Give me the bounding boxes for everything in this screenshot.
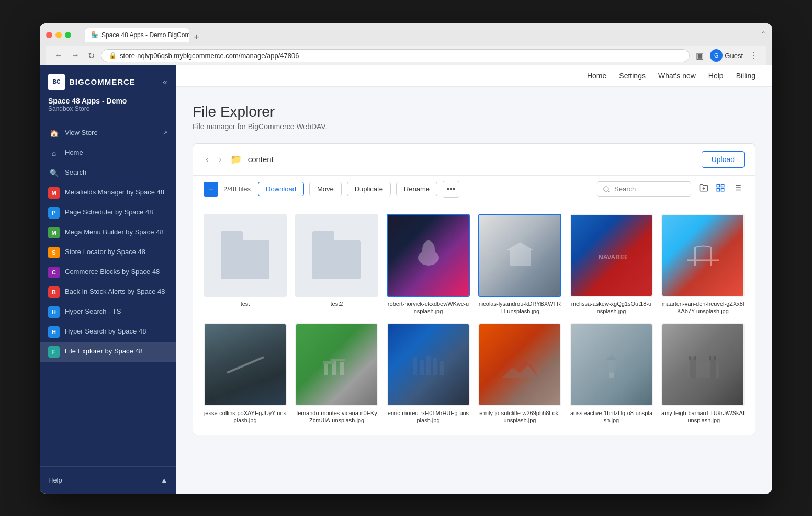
sidebar-item-home[interactable]: ⌂ Home: [40, 143, 176, 163]
browser-menu-button[interactable]: ⋮: [747, 50, 760, 62]
add-folder-button[interactable]: [696, 181, 711, 197]
minimize-button[interactable]: [55, 32, 62, 38]
topbar-whats-new-link[interactable]: What's new: [658, 72, 696, 80]
bigcommerce-logo-text: BIGCOMMERCE: [69, 77, 136, 86]
view-toggle-buttons: [696, 181, 745, 197]
file-item-5[interactable]: jesse-collins-poXAYEgJUyY-unsplash.jpg: [204, 323, 287, 425]
topbar-help-link[interactable]: Help: [708, 72, 724, 80]
svg-rect-26: [413, 357, 417, 375]
address-text: store-nqivp06qsb.mybigcommerce.com/manag…: [120, 52, 682, 60]
fullscreen-button[interactable]: [65, 32, 71, 38]
extensions-button[interactable]: ▣: [694, 50, 706, 62]
close-button[interactable]: [46, 32, 52, 38]
topbar-home-link[interactable]: Home: [587, 72, 606, 80]
folder-test2-name: test2: [331, 300, 343, 307]
select-all-button[interactable]: −: [204, 182, 218, 197]
folder-item-test2[interactable]: test2: [295, 214, 378, 315]
file-item-4[interactable]: maarten-van-den-heuvel-gZXx8lKAb7Y-unspl…: [661, 214, 745, 315]
move-button[interactable]: Move: [309, 182, 342, 196]
file-item-3[interactable]: NAVAREE melissa-askew-xgQg1sOut18-unspla…: [570, 214, 653, 315]
view-store-icon: 🏠: [48, 128, 60, 139]
fe-breadcrumb: content: [248, 155, 274, 164]
file-7-thumb: [387, 323, 470, 406]
file-item-9[interactable]: aussieactive-1brtlzDq-o8-unsplash.jpg: [570, 323, 653, 425]
sidebar-collapse-button[interactable]: «: [163, 77, 167, 87]
sidebar-item-file-explorer[interactable]: F File Explorer by Space 48: [40, 342, 176, 362]
grid-view-button[interactable]: [713, 181, 728, 197]
page-subtitle: File manager for BigCommerce WebDAV.: [193, 122, 755, 131]
upload-button[interactable]: Upload: [702, 151, 745, 168]
file-9-image: [571, 324, 652, 405]
file-item-6[interactable]: fernando-montes-vicaria-n0EKyZcmUIA-unsp…: [295, 323, 378, 425]
sidebar-item-hyper-search-space[interactable]: H Hyper Search by Space 48: [40, 322, 176, 342]
active-tab[interactable]: 🏪 Space 48 Apps - Demo BigCom... ✕: [85, 28, 189, 42]
store-type: Sandbox Store: [48, 105, 167, 112]
commerce-blocks-icon: C: [48, 267, 60, 278]
sidebar-footer: Help ▲: [40, 466, 176, 494]
sidebar-item-store-locator[interactable]: S Store Locator by Space 48: [40, 243, 176, 262]
rename-button[interactable]: Rename: [396, 182, 437, 196]
user-area[interactable]: G Guest: [710, 49, 743, 62]
address-bar[interactable]: 🔒 store-nqivp06qsb.mybigcommerce.com/man…: [101, 49, 690, 62]
file-item-1[interactable]: robert-horvick-ekxdbewWKwc-unsplash.jpg: [387, 214, 470, 315]
back-button[interactable]: ←: [52, 50, 65, 61]
file-5-thumb: [204, 323, 287, 406]
file-10-thumb: [661, 323, 745, 406]
reload-button[interactable]: ↻: [86, 50, 97, 62]
sidebar-item-search[interactable]: 🔍 Search: [40, 163, 176, 183]
browser-toolbar-right: ▣ G Guest ⋮: [694, 49, 760, 62]
file-7-name: enric-moreu-rxH0LMrHUEg-unsplash.jpg: [387, 409, 470, 425]
app-layout: BC BIGCOMMERCE « Space 48 Apps - Demo Sa…: [40, 65, 772, 494]
main-topbar: Home Settings What's new Help Billing: [176, 65, 772, 87]
svg-rect-21: [324, 362, 328, 375]
help-collapse-icon: ▲: [161, 476, 167, 484]
sidebar-item-view-store[interactable]: 🏠 View Store ↗: [40, 123, 176, 143]
file-1-image: [388, 215, 469, 296]
new-tab-button[interactable]: +: [190, 32, 202, 42]
hyper-search-ts-icon: H: [48, 306, 60, 318]
file-8-thumb: [478, 323, 561, 406]
download-button[interactable]: Download: [258, 182, 304, 196]
file-3-thumb: NAVAREE: [570, 214, 653, 297]
store-name: Space 48 Apps - Demo: [48, 97, 167, 105]
svg-line-20: [227, 357, 264, 373]
duplicate-button[interactable]: Duplicate: [347, 182, 391, 196]
folder-item-test[interactable]: test: [204, 214, 287, 315]
fe-forward-button[interactable]: ›: [217, 153, 223, 166]
fe-folder-icon: 📁: [230, 154, 242, 165]
file-item-2[interactable]: nicolas-lysandrou-kDRYBXWFRTI-unsplash.j…: [478, 214, 561, 315]
more-actions-button[interactable]: •••: [443, 181, 459, 198]
file-6-name: fernando-montes-vicaria-n0EKyZcmUIA-unsp…: [295, 409, 378, 425]
sidebar-item-hyper-search-ts-label: Hyper Search - TS: [65, 307, 167, 316]
topbar-billing-link[interactable]: Billing: [736, 72, 755, 80]
file-4-image: [662, 215, 743, 296]
folder-visual-2: [312, 231, 361, 280]
traffic-lights: [46, 32, 71, 38]
file-search-input[interactable]: [597, 181, 691, 197]
svg-rect-30: [440, 361, 444, 375]
sidebar-item-page-scheduler[interactable]: P Page Scheduler by Space 48: [40, 203, 176, 223]
file-item-10[interactable]: amy-leigh-barnard-TU9rJiWSkAI-unsplash.j…: [661, 323, 745, 425]
file-6-image: [296, 324, 377, 405]
fe-back-button[interactable]: ‹: [204, 153, 210, 166]
file-5-image: [205, 324, 286, 405]
svg-rect-23: [340, 362, 344, 375]
sidebar-item-mega-menu[interactable]: M Mega Menu Builder by Space 48: [40, 223, 176, 243]
sidebar-item-hyper-search-ts[interactable]: H Hyper Search - TS: [40, 302, 176, 322]
file-item-7[interactable]: enric-moreu-rxH0LMrHUEg-unsplash.jpg: [387, 323, 470, 425]
forward-button[interactable]: →: [69, 50, 82, 61]
sidebar-help-item[interactable]: Help ▲: [40, 471, 176, 489]
sidebar-item-view-store-label: View Store: [65, 129, 157, 137]
sidebar-item-search-label: Search: [65, 168, 167, 177]
file-item-8[interactable]: emily-jo-sutcliffe-w269phh8Lok-unsplash.…: [478, 323, 561, 425]
main-body: File Explorer File manager for BigCommer…: [176, 87, 772, 494]
topbar-settings-link[interactable]: Settings: [619, 72, 646, 80]
folder-visual: [221, 231, 269, 280]
sidebar-item-commerce-blocks[interactable]: C Commerce Blocks by Space 48: [40, 262, 176, 282]
sidebar-item-back-in-stock[interactable]: B Back In Stock Alerts by Space 48: [40, 282, 176, 302]
svg-rect-24: [323, 361, 334, 364]
browser-titlebar: 🏪 Space 48 Apps - Demo BigCom... ✕ + ⌃: [46, 28, 766, 42]
svg-rect-5: [721, 189, 724, 191]
list-view-button[interactable]: [730, 181, 745, 197]
sidebar-item-metafields[interactable]: M Metafields Manager by Space 48: [40, 183, 176, 203]
